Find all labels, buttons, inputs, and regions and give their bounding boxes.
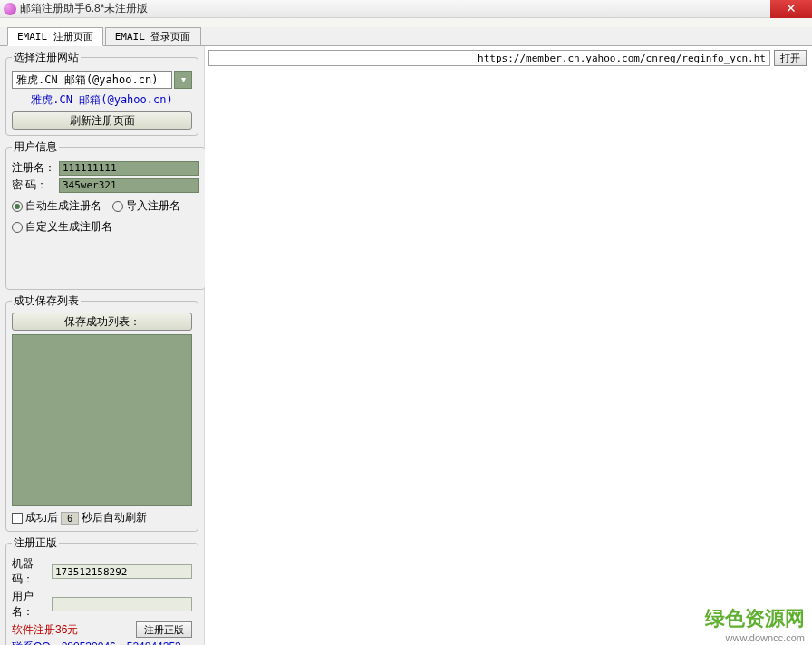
user-legend: 用户信息 <box>12 140 59 155</box>
savelist-legend: 成功保存列表 <box>12 294 81 309</box>
window-title: 邮箱注册助手6.8*未注册版 <box>20 1 148 16</box>
site-group: 选择注册网站 雅虎.CN 邮箱(@yahoo.cn) ▾ 雅虎.CN 邮箱(@y… <box>5 50 198 136</box>
radio-import[interactable]: 导入注册名 <box>112 198 180 214</box>
name-input[interactable] <box>59 161 199 176</box>
savelist-group: 成功保存列表 保存成功列表： 成功后 6 秒后自动刷新 <box>5 294 198 532</box>
register-group: 注册正版 机器码： 用户名： 软件注册36元 注册正版 联系QQ：2805300… <box>5 535 198 645</box>
tab-login[interactable]: EMAIL 登录页面 <box>105 27 201 45</box>
pwd-input[interactable] <box>59 178 199 193</box>
radio-icon <box>112 201 123 212</box>
open-button[interactable]: 打开 <box>774 50 807 66</box>
chevron-down-icon[interactable]: ▾ <box>174 71 192 89</box>
register-button[interactable]: 注册正版 <box>136 621 192 638</box>
toolbar-blur <box>0 18 812 27</box>
site-legend: 选择注册网站 <box>12 50 81 65</box>
success-after-label: 成功后 <box>25 510 58 525</box>
user-group: 用户信息 注册名： 密 码： 自动生成注册名 导入注册名 <box>5 140 206 290</box>
seconds-value: 6 <box>61 512 79 525</box>
machine-input[interactable] <box>52 564 192 579</box>
titlebar: 邮箱注册助手6.8*未注册版 ✕ <box>0 0 812 18</box>
radio-import-label: 导入注册名 <box>126 198 180 214</box>
machine-label: 机器码： <box>12 556 46 587</box>
auto-refresh-checkbox[interactable] <box>12 513 23 524</box>
name-label: 注册名： <box>12 160 55 176</box>
radio-custom[interactable]: 自定义生成注册名 <box>12 219 112 235</box>
site-select[interactable]: 雅虎.CN 邮箱(@yahoo.cn) <box>12 71 172 89</box>
browser-area: 打开 <box>205 46 812 645</box>
reguser-label: 用户名： <box>12 589 46 620</box>
radio-icon <box>12 222 23 233</box>
savelist-header-button[interactable]: 保存成功列表： <box>12 313 192 331</box>
savelist-area[interactable] <box>12 334 192 506</box>
url-input[interactable] <box>208 50 770 66</box>
tab-register[interactable]: EMAIL 注册页面 <box>7 27 103 46</box>
radio-auto-label: 自动生成注册名 <box>25 198 102 214</box>
tab-bar: EMAIL 注册页面 EMAIL 登录页面 <box>0 27 812 45</box>
watermark-url: www.downcc.com <box>705 632 805 643</box>
site-link[interactable]: 雅虎.CN 邮箱(@yahoo.cn) <box>12 89 192 111</box>
main-area: 选择注册网站 雅虎.CN 邮箱(@yahoo.cn) ▾ 雅虎.CN 邮箱(@y… <box>0 45 812 645</box>
watermark: 绿色资源网 www.downcc.com <box>705 605 805 643</box>
reguser-input[interactable] <box>52 597 192 611</box>
sidebar: 选择注册网站 雅虎.CN 邮箱(@yahoo.cn) ▾ 雅虎.CN 邮箱(@y… <box>0 46 205 645</box>
radio-auto[interactable]: 自动生成注册名 <box>12 198 102 214</box>
price-label: 软件注册36元 <box>12 622 78 638</box>
contact-link[interactable]: 联系QQ：280530046，524844253 <box>12 640 181 645</box>
seconds-after-label: 秒后自动刷新 <box>82 510 147 525</box>
pwd-label: 密 码： <box>12 178 55 193</box>
refresh-button[interactable]: 刷新注册页面 <box>12 111 192 130</box>
radio-icon <box>12 201 23 212</box>
radio-custom-label: 自定义生成注册名 <box>25 219 112 235</box>
register-legend: 注册正版 <box>12 535 59 551</box>
close-button[interactable]: ✕ <box>770 0 812 18</box>
app-icon <box>4 3 16 15</box>
watermark-title: 绿色资源网 <box>705 605 805 632</box>
